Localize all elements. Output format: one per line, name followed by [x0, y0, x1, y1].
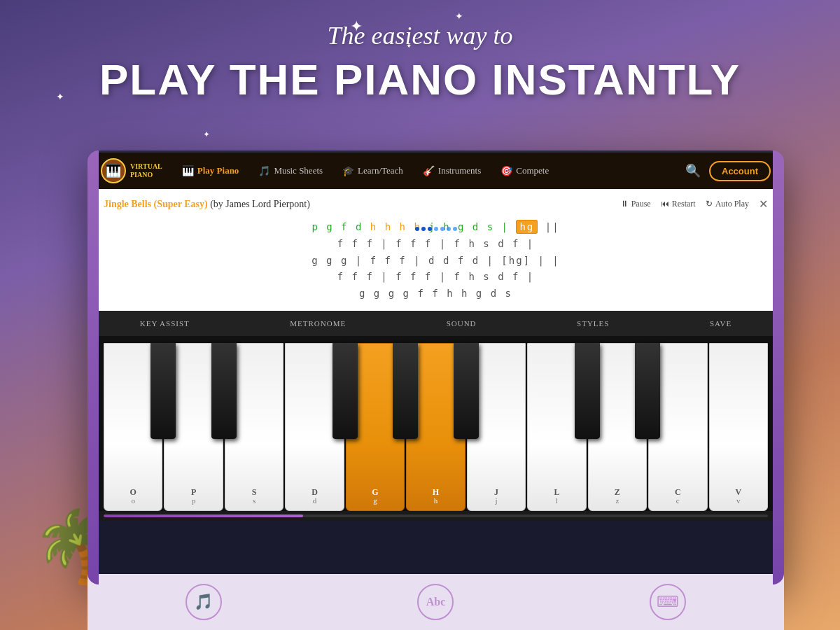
progress-bar [104, 514, 768, 517]
hero-section: The easiest way to PLAY THE PIANO INSTAN… [0, 21, 840, 104]
black-key-8[interactable] [635, 343, 660, 440]
pause-button[interactable]: ⏸ Pause [620, 199, 651, 209]
progress-dots [415, 227, 457, 231]
styles-button[interactable]: STYLES [568, 315, 617, 332]
right-frame-accent [773, 150, 784, 584]
notes-line-5: g g g g f f h h g d s [104, 286, 768, 302]
dot [415, 227, 419, 231]
key-upper-label: O [130, 488, 136, 496]
left-frame-accent [88, 150, 99, 584]
instruments-icon: 🎸 [423, 165, 435, 177]
sheet-header: Jingle Bells (Super Easy) (by James Lord… [104, 197, 768, 211]
black-key-4[interactable] [393, 343, 418, 440]
sheet-controls: ⏸ Pause ⏮ Restart ↻ Auto Play ✕ [620, 197, 768, 211]
nav-item-compete[interactable]: 🎯 Compete [492, 161, 557, 181]
music-icon: 🎵 [258, 165, 270, 177]
dot [421, 227, 426, 231]
nav-item-music-sheets[interactable]: 🎵 Music Sheets [250, 161, 331, 181]
logo-icon: 🎹 [101, 158, 126, 183]
search-button[interactable]: 🔍 [685, 163, 701, 178]
key-upper-label: V [735, 488, 741, 496]
bottom-progress-bar [90, 511, 782, 521]
learn-icon: 🎓 [342, 165, 354, 177]
key-lower-label: j [495, 496, 497, 505]
key-upper-label: D [312, 488, 318, 496]
nav-label: Play Piano [197, 165, 239, 176]
key-upper-label: G [372, 488, 378, 496]
key-upper-label: L [554, 488, 559, 496]
key-upper-label: S [252, 488, 257, 496]
key-lower-label: c [676, 496, 680, 505]
piano-toolbar: KEY ASSIST METRONOME SOUND STYLES SAVE [90, 311, 782, 336]
black-key-3[interactable] [332, 343, 358, 440]
song-author: (by James Lord Pierpont) [210, 199, 310, 209]
key-lower-label: z [615, 496, 619, 505]
key-lower-label: h [434, 496, 438, 505]
dot [428, 227, 432, 231]
dot [453, 227, 457, 231]
key-upper-label: Z [615, 488, 620, 496]
abc-icon-button[interactable]: Abc [417, 584, 454, 620]
compete-icon: 🎯 [500, 165, 512, 177]
notes-line-4: f f f | f f f | f h s d f | [104, 269, 768, 286]
nav-item-play-piano[interactable]: 🎹 Play Piano [174, 161, 248, 181]
keyboard-icon-button[interactable]: ⌨ [650, 584, 686, 620]
metronome-button[interactable]: METRONOME [281, 315, 354, 332]
nav-label: Compete [516, 165, 549, 176]
hero-subtitle: The easiest way to [0, 21, 840, 50]
keyboard-icon: ⌨ [657, 593, 679, 611]
key-lower-label: v [736, 496, 741, 505]
key-upper-label: P [191, 488, 196, 496]
sound-button[interactable]: SOUND [438, 315, 485, 332]
key-assist-button[interactable]: KEY ASSIST [132, 315, 198, 332]
song-name: Jingle Bells (Super Easy) [104, 199, 208, 209]
keys-wrapper: OoPpSsDdGgHhJjLlZzCcVv [90, 336, 782, 511]
dot [434, 227, 438, 231]
black-key-7[interactable] [575, 343, 600, 440]
piano-icon: 🎹 [182, 165, 194, 177]
autoplay-button[interactable]: ↻ Auto Play [706, 199, 749, 209]
notes-line-3: g g g | f f f | d d f d | [hg] | | [104, 253, 768, 270]
black-key-0[interactable] [150, 343, 176, 440]
logo-text: VIRTUALPIANO [130, 162, 162, 179]
dot [440, 227, 444, 231]
key-upper-label: C [675, 488, 681, 496]
black-key-1[interactable] [211, 343, 237, 440]
key-lower-label: p [192, 496, 196, 505]
nav-label: Instruments [438, 165, 481, 176]
music-sheets-icon-button[interactable]: 🎵 [186, 584, 222, 620]
key-lower-label: l [556, 496, 558, 505]
nav-label: Music Sheets [274, 165, 323, 176]
save-button[interactable]: SAVE [701, 315, 740, 332]
dot [447, 227, 451, 231]
key-upper-label: J [494, 488, 498, 496]
music-note-icon: 🎵 [194, 593, 213, 611]
key-lower-label: s [253, 496, 255, 505]
close-button[interactable]: ✕ [759, 197, 768, 211]
hero-title: PLAY THE PIANO INSTANTLY [0, 55, 840, 104]
account-button[interactable]: Account [709, 161, 771, 181]
abc-icon: Abc [426, 596, 446, 608]
star-decoration: ✦ [203, 130, 210, 140]
piano-keyboard: OoPpSsDdGgHhJjLlZzCcVv [90, 336, 782, 511]
sheet-area: Jingle Bells (Super Easy) (by James Lord… [90, 189, 782, 311]
key-upper-label: H [433, 488, 439, 496]
nav-right: 🔍 Account [685, 161, 771, 181]
navbar: 🎹 VIRTUALPIANO 🎹 Play Piano 🎵 Music Shee… [90, 153, 782, 189]
nav-items: 🎹 Play Piano 🎵 Music Sheets 🎓 Learn/Teac… [174, 161, 685, 181]
app-frame: 🎹 VIRTUALPIANO 🎹 Play Piano 🎵 Music Shee… [88, 150, 784, 584]
nav-item-instruments[interactable]: 🎸 Instruments [414, 161, 489, 181]
key-lower-label: g [373, 496, 377, 505]
white-key-v[interactable]: Vv [709, 343, 768, 511]
key-lower-label: d [313, 496, 317, 505]
notes-line-2: f f f | f f f | f h s d f | [104, 236, 768, 253]
restart-button[interactable]: ⏮ Restart [661, 199, 696, 209]
black-key-5[interactable] [454, 343, 479, 440]
logo[interactable]: 🎹 VIRTUALPIANO [101, 158, 162, 183]
progress-fill [104, 514, 303, 517]
song-title: Jingle Bells (Super Easy) (by James Lord… [104, 199, 310, 210]
nav-label: Learn/Teach [358, 165, 403, 176]
bottom-section: 🎵 Abc ⌨ [88, 574, 784, 630]
nav-item-learn-teach[interactable]: 🎓 Learn/Teach [334, 161, 412, 181]
key-lower-label: o [131, 496, 135, 505]
